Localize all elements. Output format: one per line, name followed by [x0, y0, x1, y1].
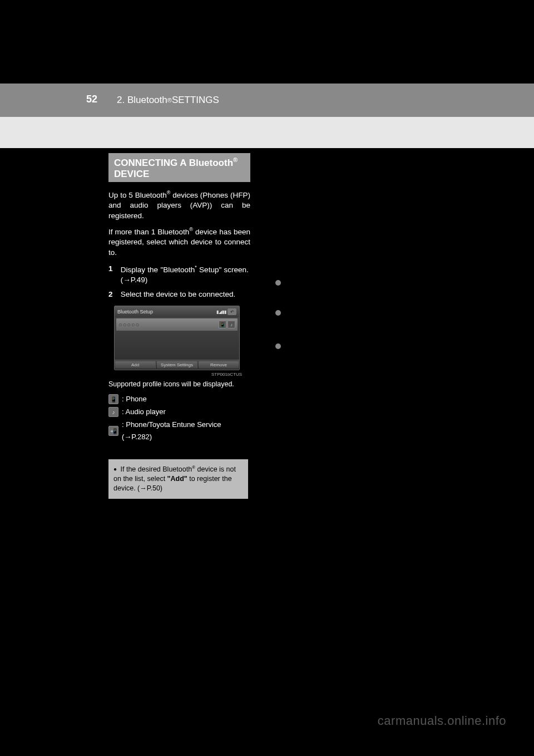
bullet2-bold: "Yes" [284, 321, 304, 330]
profile-row-smart: 📲 : Phone/Toyota Entune Service (→P.282) [108, 419, 250, 443]
profiles-intro-text: Supported profile icons will be displaye… [108, 380, 250, 390]
figure-title: Bluetooth Setup [117, 309, 153, 315]
bullet3-text: If an error message is displayed, follow… [284, 342, 428, 365]
right-bullet-1: When another Bluetooth® device is connec… [275, 278, 428, 308]
signal-icon: ▮◢▮▮ [216, 310, 226, 315]
info-a: If the desired Bluetooth [121, 465, 192, 473]
add-button[interactable]: Add [115, 361, 156, 369]
phone-icon: 📱 [108, 394, 118, 404]
figure-titlebar: Bluetooth Setup ▮◢▮▮ ↶ [115, 306, 239, 317]
sub-header-bar [0, 117, 534, 148]
figure-status-icons: ▮◢▮▮ ↶ [216, 308, 236, 315]
step2-text: Select the device to be connected. [121, 289, 249, 300]
profile-audio-label: : Audio player [122, 406, 166, 418]
intro2-sup: ® [189, 227, 193, 232]
step1-arrow: → [123, 276, 131, 284]
step-1: 1 Display the "Bluetooth* Setup" screen.… [108, 264, 250, 286]
bluetooth-setup-screenshot: Bluetooth Setup ▮◢▮▮ ↶ ○○○○○ 📱 ♪ Add Sys… [114, 306, 240, 370]
profile-smart-b: P.282) [131, 433, 152, 441]
right-column: 3 Select the desired connection. [275, 189, 428, 207]
bullet2-sup: ® [377, 309, 380, 315]
section-number: 2. [117, 95, 125, 106]
info-note-box: ● If the desired Bluetooth® device is no… [108, 459, 248, 499]
section-heading: CONNECTING A Bluetooth® DEVICE [108, 153, 250, 182]
step3-num: 3 [275, 189, 285, 200]
left-intro-2: If more than 1 Bluetooth® device has bee… [108, 226, 250, 265]
right-bullet-3: If an error message is displayed, follow… [275, 342, 428, 371]
step-1-num: 1 [108, 264, 118, 274]
step-2-num: 2 [108, 289, 118, 300]
info-arrow: → [140, 484, 147, 492]
step-3: 3 Select the desired connection. [275, 189, 428, 200]
bullet-icon [275, 280, 281, 286]
page-number: 52 [86, 94, 97, 105]
left-intro-1: Up to 5 Bluetooth® devices (Phones (HFP)… [108, 189, 250, 228]
bullet2-a: To disconnect the Bluetooth [284, 310, 377, 318]
intro-a: Up to 5 Bluetooth [108, 191, 167, 199]
music-mini-icon[interactable]: ♪ [228, 321, 235, 328]
step3-text: Select the desired connection. [288, 189, 427, 200]
phone-mini-icon[interactable]: 📱 [219, 321, 226, 328]
bullet-icon [275, 343, 281, 349]
profile-row-phone: 📱 : Phone [108, 393, 250, 405]
figure-device-row[interactable]: ○○○○○ 📱 ♪ [116, 318, 238, 331]
figure-bottom-bar: Add System Settings Remove [115, 360, 239, 370]
music-note-icon: ♪ [108, 407, 118, 417]
device-name-dots: ○○○○○ [118, 321, 140, 328]
heading-line1a: CONNECTING A Bluetooth [114, 158, 233, 168]
intro2-a: If more than 1 Bluetooth [108, 228, 189, 236]
back-icon[interactable]: ↶ [228, 308, 236, 315]
bullet-icon [275, 310, 281, 316]
watermark: carmanuals.online.info [378, 714, 506, 728]
profile-smart-label: : Phone/Toyota Entune Service (→P.282) [122, 419, 250, 443]
bullet-icon: ● [113, 465, 117, 473]
step-2: 2 Select the device to be connected. [108, 289, 250, 300]
profile-smart-arrow: → [124, 433, 131, 441]
right-bullet-2: To disconnect the Bluetooth® device, sel… [275, 308, 428, 338]
remove-button[interactable]: Remove [199, 361, 239, 369]
section-header-bar: 2. Bluetooth® SETTINGS [0, 84, 534, 117]
profile-row-audio: ♪ : Audio player [108, 406, 250, 418]
bullet1-a: When another Bluetooth [284, 280, 365, 288]
step1-a: Display the "Bluetooth [121, 266, 195, 274]
profile-list: 📱 : Phone ♪ : Audio player 📲 : Phone/Toy… [108, 393, 250, 444]
smartphone-icon: 📲 [108, 426, 118, 436]
section-title-a: Bluetooth [127, 95, 167, 106]
info-bold: "Add" [167, 475, 187, 483]
figure-ref-code: STP001bCTUS [211, 372, 242, 377]
step1-c: P.49) [131, 276, 148, 284]
info-d: P.50) [147, 484, 162, 492]
section-title-b: SETTINGS [172, 95, 219, 106]
bullet2-b: device, select [380, 310, 428, 318]
system-settings-button[interactable]: System Settings [157, 361, 197, 369]
profile-phone-label: : Phone [122, 393, 147, 405]
heading-line2: DEVICE [114, 169, 149, 179]
bullet2-c: . [304, 321, 306, 330]
registered-mark: ® [167, 97, 172, 104]
heading-sup: ® [233, 156, 238, 163]
